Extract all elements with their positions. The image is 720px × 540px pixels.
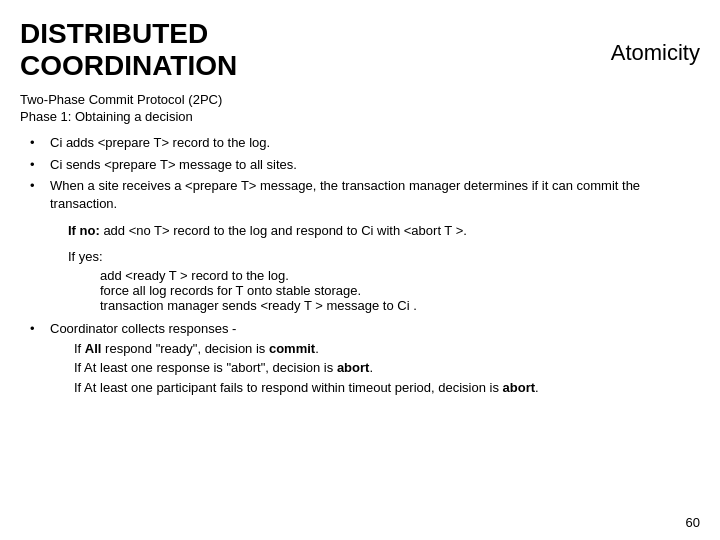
coordinator-item: • Coordinator collects responses - If Al… [30,319,700,397]
phase-label: Phase 1: [20,109,71,124]
bullet-dot: • [30,319,46,339]
if-yes-block: add <ready T > record to the log. force … [100,268,700,313]
if-yes-line-3: transaction manager sends <ready T > mes… [100,298,700,313]
bullet-text-1: Ci adds <prepare T> record to the log. [50,134,270,152]
coordinator-header: Coordinator collects responses - [50,319,539,339]
coord-bold-abort2: abort [503,380,536,395]
bullet-list: • Ci adds <prepare T> record to the log.… [30,134,700,213]
title-block: DISTRIBUTED COORDINATION [20,18,237,82]
subtitle: Two-Phase Commit Protocol (2PC) [20,92,700,107]
coordinator-list: • Coordinator collects responses - If Al… [30,319,700,397]
if-yes-label: If yes: [68,247,700,267]
bullet-text-2: Ci sends <prepare T> message to all site… [50,156,297,174]
coordinator-lines: If All respond "ready", decision is comm… [74,339,539,398]
page: DISTRIBUTED COORDINATION Atomicity Two-P… [0,0,720,540]
bullet-dot: • [30,134,46,152]
page-number: 60 [686,515,700,530]
if-no-block: If no: add <no T> record to the log and … [68,221,700,241]
coord-bold-abort1: abort [337,360,370,375]
if-yes-line-2: force all log records for T onto stable … [100,283,700,298]
header: DISTRIBUTED COORDINATION Atomicity [20,18,700,82]
main-title-line1: DISTRIBUTED [20,18,237,50]
main-title-line2: COORDINATION [20,50,237,82]
coord-line-2: If At least one response is "abort", dec… [74,358,539,378]
list-item: • When a site receives a <prepare T> mes… [30,177,700,213]
coordinator-content: Coordinator collects responses - If All … [50,319,539,397]
atomicity-label: Atomicity [611,40,700,66]
bullet-text-3: When a site receives a <prepare T> messa… [50,177,700,213]
coord-bold-1: All [85,341,102,356]
if-no-text: add <no T> record to the log and respond… [100,223,467,238]
phase-text: Obtaining a decision [71,109,192,124]
if-no-label: If no: add <no T> record to the log and … [68,223,467,238]
phase-heading: Phase 1: Obtaining a decision [20,109,700,124]
coord-line-1: If All respond "ready", decision is comm… [74,339,539,359]
if-no-strong: If no: [68,223,100,238]
list-item: • Ci adds <prepare T> record to the log. [30,134,700,152]
bullet-dot: • [30,156,46,174]
coord-bold-commit: commit [269,341,315,356]
coord-line-3: If At least one participant fails to res… [74,378,539,398]
if-yes-line-1: add <ready T > record to the log. [100,268,700,283]
list-item: • Ci sends <prepare T> message to all si… [30,156,700,174]
bullet-dot: • [30,177,46,195]
